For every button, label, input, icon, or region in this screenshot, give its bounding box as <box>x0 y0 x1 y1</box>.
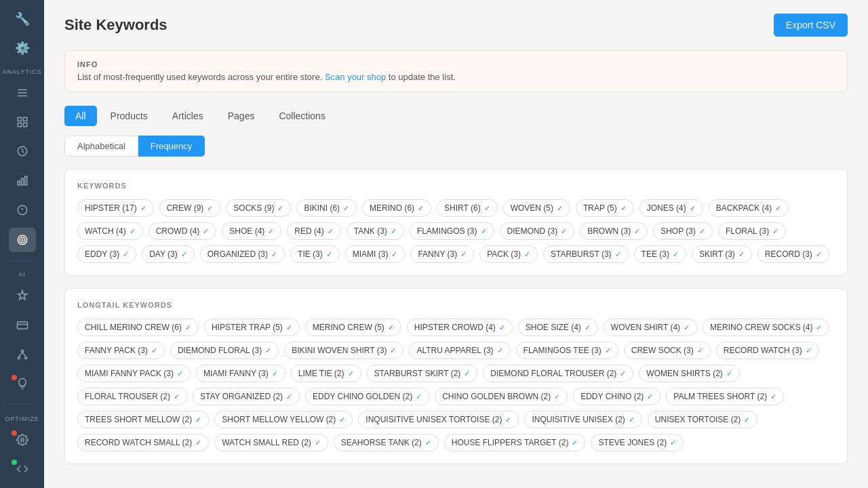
grid-icon[interactable] <box>9 110 36 134</box>
ai-sparkle-icon[interactable] <box>9 283 36 307</box>
keyword-tag[interactable]: EDDY CHINO (2) ✓ <box>573 388 660 405</box>
keyword-tag[interactable]: EDDY CHINO GOLDEN (2) ✓ <box>305 388 429 405</box>
keyword-tag[interactable]: CHINO GOLDEN BROWN (2) ✓ <box>435 388 568 405</box>
sub-tab-alphabetical[interactable]: Alphabetical <box>64 136 138 157</box>
code-icon[interactable] <box>9 457 36 481</box>
keyword-tag[interactable]: SHIRT (6) ✓ <box>437 199 498 217</box>
keyword-tag[interactable]: SKIRT (3) ✓ <box>692 245 752 263</box>
check-icon: ✓ <box>690 204 696 213</box>
keyword-tag[interactable]: MIAMI FANNY PACK (3) ✓ <box>77 365 191 382</box>
keyword-tag[interactable]: DIEMOND FLORAL TROUSER (2) ✓ <box>483 365 633 382</box>
keyword-tag[interactable]: FANNY PACK (3) ✓ <box>77 342 165 359</box>
keyword-tag[interactable]: SHORT MELLOW YELLOW (2) ✓ <box>214 411 353 428</box>
keyword-tag[interactable]: HIPSTER (17) ✓ <box>77 199 154 217</box>
keyword-tag[interactable]: MIAMI (3) ✓ <box>345 245 406 263</box>
info-label: INFO <box>77 60 835 68</box>
keyword-tag[interactable]: WATCH SMALL RED (2) ✓ <box>214 434 328 451</box>
keyword-tag[interactable]: FLORAL (3) ✓ <box>718 222 786 240</box>
keyword-tag[interactable]: FLAMINGOS (3) ✓ <box>410 222 494 240</box>
keyword-tag[interactable]: JONES (4) ✓ <box>639 199 703 217</box>
keyword-tag[interactable]: TIE (3) ✓ <box>290 245 340 263</box>
keyword-tag[interactable]: SHOE (4) ✓ <box>222 222 281 240</box>
check-icon: ✓ <box>497 346 503 355</box>
settings-icon[interactable]: ⚙️ <box>9 36 36 60</box>
keyword-tag[interactable]: PACK (3) ✓ <box>479 245 538 263</box>
keyword-tag[interactable]: RECORD WATCH SMALL (2) ✓ <box>77 434 209 451</box>
keyword-tag[interactable]: SEAHORSE TANK (2) ✓ <box>334 434 439 451</box>
keyword-tag[interactable]: PALM TREES SHORT (2) ✓ <box>666 388 784 405</box>
list-icon[interactable] <box>9 81 36 104</box>
keyword-tag[interactable]: INQUISITIVE UNISEX (2) ✓ <box>524 411 642 428</box>
keyword-tag[interactable]: DIEMOND (3) ✓ <box>500 222 575 240</box>
keyword-tag[interactable]: SHOE SIZE (4) ✓ <box>518 319 598 336</box>
keyword-tag[interactable]: BIKINI (6) ✓ <box>296 199 357 217</box>
scan-shop-link[interactable]: Scan your shop <box>325 72 386 82</box>
keyword-tag[interactable]: RED (4) ✓ <box>287 222 340 240</box>
keyword-tag[interactable]: FLORAL TROUSER (2) ✓ <box>77 388 187 405</box>
keyword-tag[interactable]: WATCH (4) ✓ <box>77 222 143 240</box>
keyword-tag[interactable]: MERINO CREW SOCKS (4) ✓ <box>703 319 829 336</box>
keyword-tag[interactable]: STEVE JONES (2) ✓ <box>591 434 684 451</box>
keyword-tag[interactable]: WOVEN SHIRT (4) ✓ <box>604 319 697 336</box>
keyword-tag[interactable]: ALTRU APPAREL (3) ✓ <box>409 342 510 359</box>
network-icon[interactable] <box>9 342 36 366</box>
tab-products[interactable]: Products <box>100 106 159 126</box>
keyword-tag[interactable]: EDDY (3) ✓ <box>77 245 136 263</box>
tab-pages[interactable]: Pages <box>217 106 266 126</box>
keyword-tag[interactable]: DAY (3) ✓ <box>142 245 195 263</box>
keyword-tag[interactable]: MERINO CREW (5) ✓ <box>305 319 401 336</box>
check-icon: ✓ <box>775 204 781 213</box>
keyword-tag[interactable]: UNISEX TORTOISE (2) ✓ <box>648 411 757 428</box>
keyword-tag[interactable]: RECORD WATCH (3) ✓ <box>716 342 819 359</box>
keyword-tag[interactable]: INQUISITIVE UNISEX TORTOISE (2) ✓ <box>358 411 519 428</box>
keyword-tag[interactable]: SOCKS (9) ✓ <box>226 199 291 217</box>
keyword-tag[interactable]: RECORD (3) ✓ <box>757 245 829 263</box>
keywords-tags-container: HIPSTER (17) ✓CREW (9) ✓SOCKS (9) ✓BIKIN… <box>77 199 835 263</box>
check-icon: ✓ <box>620 369 626 378</box>
keyword-tag[interactable]: HIPSTER TRAP (5) ✓ <box>204 319 300 336</box>
keyword-tag[interactable]: LIME TIE (2) ✓ <box>291 365 361 382</box>
card-icon[interactable] <box>9 313 36 337</box>
keyword-tag[interactable]: BIKINI WOVEN SHIRT (3) ✓ <box>284 342 403 359</box>
keyword-tag[interactable]: CROWD (4) ✓ <box>149 222 217 240</box>
keyword-tag[interactable]: CHILL MERINO CREW (6) ✓ <box>77 319 199 336</box>
keyword-tag[interactable]: STAY ORGANIZED (2) ✓ <box>193 388 300 405</box>
keyword-tag[interactable]: TREES SHORT MELLOW (2) ✓ <box>77 411 209 428</box>
optimize-label: OPTIMIZE <box>5 415 39 422</box>
tab-collections[interactable]: Collections <box>268 106 336 126</box>
sub-tab-frequency[interactable]: Frequency <box>138 136 205 157</box>
keyword-tag[interactable]: CREW (9) ✓ <box>159 199 221 217</box>
export-csv-button[interactable]: Export CSV <box>774 14 848 37</box>
keyword-tag[interactable]: STARBURST SKIRT (2) ✓ <box>367 365 478 382</box>
keyword-tag[interactable]: CREW SOCK (3) ✓ <box>624 342 711 359</box>
keyword-tag[interactable]: TANK (3) ✓ <box>347 222 404 240</box>
keyword-tag[interactable]: TRAP (5) ✓ <box>576 199 634 217</box>
check-icon: ✓ <box>130 227 136 236</box>
target-icon[interactable] <box>9 228 36 251</box>
gauge-icon[interactable] <box>9 199 36 222</box>
keyword-tag[interactable]: MERINO (6) ✓ <box>362 199 431 217</box>
keyword-tag[interactable]: BROWN (3) ✓ <box>580 222 648 240</box>
keyword-tag[interactable]: HIPSTER CROWD (4) ✓ <box>407 319 513 336</box>
clock-icon[interactable] <box>9 140 36 163</box>
keyword-tag[interactable]: STARBURST (3) ✓ <box>543 245 629 263</box>
tab-all[interactable]: All <box>64 106 97 126</box>
keyword-tag[interactable]: BACKPACK (4) ✓ <box>709 199 789 217</box>
keyword-tag[interactable]: HOUSE FLIPPERS TARGET (2) ✓ <box>444 434 586 451</box>
info-box: INFO List of most-frequently used keywor… <box>64 50 848 92</box>
keyword-tag[interactable]: TEE (3) ✓ <box>634 245 686 263</box>
check-icon: ✓ <box>265 346 271 355</box>
keyword-tag[interactable]: FANNY (3) ✓ <box>410 245 474 263</box>
optimize-gear-icon[interactable] <box>9 428 36 451</box>
wrench-icon[interactable]: 🔧 <box>9 7 36 30</box>
bulb-icon[interactable] <box>9 372 36 396</box>
keyword-tag[interactable]: MIAMI FANNY (3) ✓ <box>196 365 285 382</box>
keyword-tag[interactable]: WOMEN SHIRTS (2) ✓ <box>639 365 739 382</box>
tab-articles[interactable]: Articles <box>161 106 214 126</box>
keyword-tag[interactable]: FLAMINGOS TEE (3) ✓ <box>516 342 618 359</box>
keyword-tag[interactable]: DIEMOND FLORAL (3) ✓ <box>170 342 279 359</box>
keyword-tag[interactable]: ORGANIZED (3) ✓ <box>200 245 285 263</box>
keyword-tag[interactable]: WOVEN (5) ✓ <box>503 199 570 217</box>
bar-chart-icon[interactable] <box>9 169 36 192</box>
keyword-tag[interactable]: SHOP (3) ✓ <box>653 222 713 240</box>
